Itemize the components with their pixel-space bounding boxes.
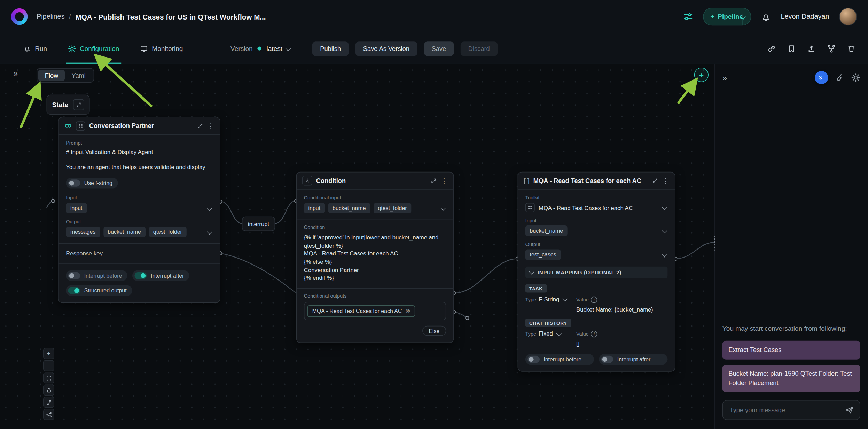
interrupt-before-row: Interrupt before [66, 270, 127, 281]
fit-view-button[interactable] [43, 372, 54, 383]
chip-bucket-name[interactable]: bucket_name [103, 227, 146, 237]
send-message-icon[interactable] [845, 406, 854, 414]
edge-condition-to-mqa [454, 259, 518, 293]
toolkit-select[interactable]: MQA - Read Test Cases for each AC [525, 203, 668, 212]
scroll-to-bottom-button[interactable]: » [815, 71, 828, 84]
pipeline-dropdown-toggle[interactable] [736, 8, 751, 25]
node-condition[interactable]: Condition ⋮ Conditional input input buck… [296, 172, 454, 343]
node-conversation-partner[interactable]: Conversation Partner ⋮ Prompt # Input Va… [58, 117, 220, 302]
node-title: Conversation Partner [89, 122, 193, 129]
response-key-label[interactable]: Response key [66, 250, 212, 258]
suggestion-extract-test-cases[interactable]: Extract Test Cases [722, 341, 860, 359]
input-chips-row: input [66, 203, 212, 213]
chat-value[interactable]: [] [576, 340, 667, 347]
else-output-pill[interactable]: Else [422, 326, 446, 336]
prompt-heading: # Input Validation & Display Agent [66, 148, 212, 156]
node-menu-icon[interactable]: ⋮ [441, 176, 448, 185]
chat-panel-collapse-icon[interactable]: » [722, 73, 727, 82]
copy-link-icon[interactable] [767, 44, 776, 53]
user-avatar[interactable] [839, 8, 857, 25]
interrupt-before-toggle[interactable] [68, 272, 80, 279]
discard-button[interactable]: Discard [461, 41, 498, 55]
input-mapping-section-header[interactable]: INPUT MAPPING (OPTIONAL 2) [525, 267, 668, 278]
structured-output-toggle[interactable] [68, 287, 80, 294]
save-as-version-button[interactable]: Save As Version [355, 41, 417, 55]
expand-button[interactable] [43, 397, 54, 408]
left-panel-expand-icon[interactable]: » [13, 69, 18, 78]
chevron-down-icon[interactable] [440, 205, 446, 211]
expand-icon[interactable] [197, 123, 203, 129]
state-node[interactable]: State [47, 95, 90, 115]
tab-run[interactable]: Run [23, 33, 47, 63]
chevron-down-icon[interactable] [207, 229, 212, 235]
chip-bucket-name[interactable]: bucket_name [525, 225, 568, 236]
gear-icon [68, 45, 76, 52]
chip-qtest-folder[interactable]: qtest_folder [149, 227, 187, 237]
publish-button[interactable]: Publish [312, 41, 349, 55]
bookmark-icon[interactable] [787, 44, 796, 53]
save-button[interactable]: Save [424, 41, 454, 55]
new-pipeline-button[interactable]: + Pipeline [703, 8, 751, 25]
edge-else-stub [454, 312, 467, 318]
tab-monitoring-label: Monitoring [152, 45, 183, 52]
toggle-switches-icon[interactable] [683, 12, 694, 22]
lock-button[interactable] [43, 384, 54, 396]
fork-icon[interactable] [827, 44, 836, 53]
flow-canvas[interactable]: » Flow Yaml + State interrupt [0, 64, 714, 429]
node-title: MQA - Read Test Cases for each AC [533, 177, 648, 184]
chip-qtest-folder[interactable]: qtest_folder [374, 203, 412, 213]
suggestion-bucket-name[interactable]: Bucket Name: plan-1590 QTest Folder: Tes… [722, 364, 860, 392]
view-flow-button[interactable]: Flow [38, 70, 65, 81]
layout-button[interactable] [43, 409, 54, 420]
structured-output-row: Structured output [66, 285, 132, 296]
add-node-button[interactable]: + [694, 68, 709, 82]
chat-settings-gear-icon[interactable] [851, 73, 860, 82]
node-mqa-read-test-cases[interactable]: [ ] MQA - Read Test Cases for each AC ⋮ … [518, 172, 675, 372]
task-type-select[interactable]: F-String [539, 296, 567, 302]
chip-input[interactable]: input [66, 203, 87, 213]
chip-test-cases[interactable]: test_cases [525, 249, 561, 260]
fstring-toggle[interactable] [68, 180, 80, 187]
zoom-out-button[interactable]: − [43, 360, 54, 371]
notification-bell-icon[interactable] [761, 12, 771, 21]
chip-messages[interactable]: messages [66, 227, 100, 237]
clear-chat-icon[interactable] [835, 73, 844, 82]
node-menu-icon[interactable]: ⋮ [662, 176, 670, 185]
node-menu-icon[interactable]: ⋮ [207, 122, 214, 130]
chevron-down-icon[interactable] [662, 252, 667, 258]
view-yaml-button[interactable]: Yaml [65, 70, 92, 81]
app-logo[interactable] [11, 8, 28, 25]
breadcrumb-pipelines[interactable]: Pipelines [37, 13, 65, 21]
condition-expression[interactable]: {% if 'approved' in input|lower and buck… [304, 233, 446, 282]
remove-output-icon[interactable]: ⊗ [405, 308, 410, 315]
chip-input[interactable]: input [304, 203, 325, 213]
chat-message-input[interactable] [728, 406, 841, 414]
expand-icon[interactable] [73, 99, 84, 110]
interrupt-after-toggle[interactable] [135, 272, 147, 279]
expand-icon[interactable] [652, 178, 658, 184]
chevron-down-icon[interactable] [662, 228, 667, 233]
panel-resize-handle[interactable] [712, 235, 717, 251]
task-value[interactable]: Bucket Name: {bucket_name} [576, 306, 667, 313]
chevron-down-icon[interactable] [207, 206, 212, 211]
interrupt-edge-label[interactable]: interrupt [242, 217, 275, 231]
expand-icon[interactable] [431, 178, 437, 184]
top-header: Pipelines / MQA - Publish Test Cases for… [0, 0, 868, 33]
interrupt-after-toggle[interactable] [601, 356, 613, 363]
version-selector[interactable]: Version latest [230, 45, 290, 52]
zoom-in-button[interactable]: + [43, 348, 54, 359]
pipeline-toolbar: Run Configuration Monitoring Version lat… [0, 33, 868, 64]
export-icon[interactable] [807, 44, 816, 53]
chip-bucket-name[interactable]: bucket_name [328, 203, 370, 213]
delete-icon[interactable] [847, 44, 856, 53]
tab-monitoring[interactable]: Monitoring [140, 33, 183, 63]
edge-mqa-to-end [675, 242, 714, 259]
chat-type-select[interactable]: Fixed [539, 330, 561, 337]
version-value: latest [266, 45, 282, 52]
tab-configuration[interactable]: Configuration [68, 33, 119, 63]
chevron-down-icon [556, 330, 562, 336]
user-name: Levon Dadayan [781, 13, 829, 21]
conditional-output-chip[interactable]: MQA - Read Test Cases for each AC ⊗ [307, 305, 415, 317]
interrupt-before-toggle[interactable] [527, 356, 540, 363]
monitor-icon [140, 45, 148, 52]
